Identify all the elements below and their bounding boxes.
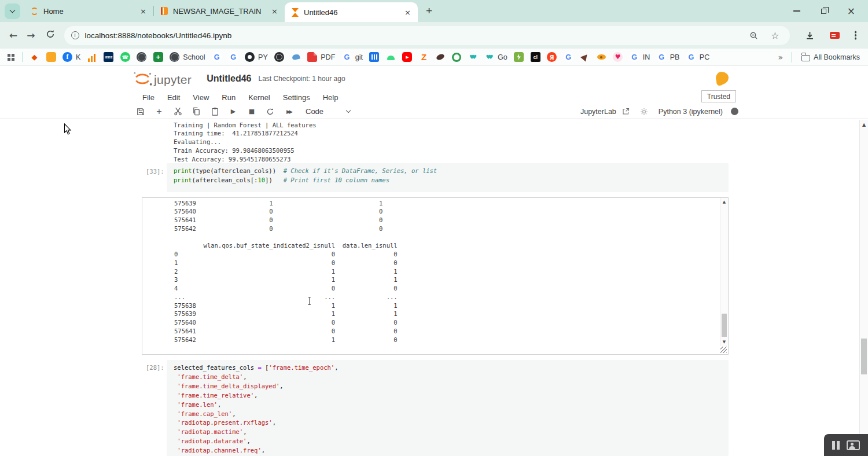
scroll-down-icon[interactable]: ▼ bbox=[720, 340, 728, 344]
cut-cell-button[interactable] bbox=[170, 106, 185, 117]
menu-item[interactable]: File bbox=[136, 93, 161, 102]
code-cell-input[interactable]: selected_features_cols = ['frame.time_ep… bbox=[167, 360, 729, 456]
bookmark-item[interactable] bbox=[435, 52, 445, 62]
menu-item[interactable]: Kernel bbox=[242, 93, 277, 102]
run-cell-button[interactable]: ▶ bbox=[226, 106, 241, 117]
restore-icon[interactable] bbox=[821, 9, 826, 14]
extension-button[interactable] bbox=[830, 32, 840, 39]
pause-icon[interactable] bbox=[832, 441, 840, 450]
bookmark-item[interactable] bbox=[386, 52, 396, 62]
bookmark-item[interactable] bbox=[137, 52, 146, 62]
add-cell-button[interactable]: + bbox=[152, 106, 167, 117]
gear-icon[interactable] bbox=[640, 108, 648, 116]
notebook-title[interactable]: Untitled46 bbox=[207, 73, 251, 84]
bookmark-item[interactable]: PC bbox=[686, 52, 709, 62]
bookmark-item[interactable] bbox=[402, 52, 412, 62]
menu-item[interactable]: Edit bbox=[161, 93, 186, 102]
bookmark-item[interactable] bbox=[104, 52, 113, 62]
close-icon[interactable]: × bbox=[403, 8, 412, 17]
bookmark-item[interactable] bbox=[30, 52, 39, 62]
menu-item[interactable]: Run bbox=[215, 93, 242, 102]
bookmark-item[interactable] bbox=[613, 52, 623, 62]
page-info-icon[interactable]: i bbox=[71, 31, 79, 39]
jupyter-logo[interactable]: jupyter bbox=[132, 70, 192, 87]
cell-output-scrollbox[interactable]: 575639 1 1 575640 0 0 575641 0 0 575642 bbox=[142, 197, 729, 355]
bookmark-item[interactable] bbox=[229, 52, 238, 62]
tab-home[interactable]: Home × bbox=[24, 0, 153, 22]
bookmark-item[interactable]: git bbox=[342, 52, 363, 62]
scrollbar-thumb[interactable] bbox=[722, 314, 727, 337]
external-link-icon[interactable] bbox=[622, 108, 630, 115]
minimize-icon[interactable] bbox=[793, 10, 800, 12]
bookmarks-overflow-chevron[interactable]: » bbox=[778, 53, 783, 62]
page-scrollbar[interactable]: ▲ bbox=[859, 120, 868, 456]
downloads-button[interactable] bbox=[805, 31, 815, 41]
bookmark-item[interactable]: PB bbox=[657, 52, 680, 62]
zoom-icon[interactable] bbox=[749, 31, 758, 40]
bookmark-item[interactable] bbox=[597, 52, 606, 62]
bookmark-item[interactable] bbox=[6, 52, 16, 62]
bookmark-item[interactable]: School bbox=[170, 52, 205, 62]
bookmark-item[interactable] bbox=[46, 52, 56, 62]
tab-search-button[interactable] bbox=[5, 3, 20, 19]
save-button[interactable] bbox=[133, 106, 148, 117]
bookmark-item[interactable]: PY bbox=[245, 52, 268, 62]
copy-cell-button[interactable] bbox=[189, 106, 204, 117]
restart-kernel-button[interactable] bbox=[263, 106, 278, 117]
scroll-up-icon[interactable]: ▲ bbox=[860, 122, 868, 127]
bookmark-item[interactable] bbox=[564, 52, 573, 62]
all-bookmarks-button[interactable]: All Bookmarks bbox=[801, 53, 860, 61]
open-jupyterlab-link[interactable]: JupyterLab bbox=[580, 108, 616, 116]
bookmark-item[interactable]: K bbox=[62, 52, 80, 62]
cell-type-dropdown[interactable]: Code bbox=[306, 107, 350, 116]
reload-button[interactable] bbox=[46, 30, 55, 42]
bookmark-item[interactable] bbox=[291, 52, 301, 62]
bookmark-item[interactable] bbox=[580, 52, 590, 62]
bookmark-item[interactable] bbox=[514, 52, 524, 62]
bookmark-item[interactable]: PDF bbox=[307, 52, 335, 62]
bookmark-item[interactable] bbox=[212, 52, 222, 62]
bookmark-item[interactable] bbox=[468, 52, 477, 62]
close-window-icon[interactable]: × bbox=[847, 6, 855, 16]
bookmark-item[interactable] bbox=[274, 52, 284, 62]
restart-run-all-button[interactable]: ▶▶ bbox=[281, 106, 296, 117]
scroll-up-icon[interactable]: ▲ bbox=[720, 200, 728, 204]
bookmark-star-icon[interactable]: ☆ bbox=[771, 30, 779, 41]
code-cell-input[interactable]: print(type(afterclean_cols)) # Check if … bbox=[167, 163, 729, 192]
bookmark-favicon-icon bbox=[245, 52, 255, 62]
bookmark-item[interactable] bbox=[452, 53, 461, 62]
bookmark-item[interactable] bbox=[369, 52, 379, 62]
bookmark-item[interactable] bbox=[531, 52, 540, 62]
bookmark-label: git bbox=[355, 53, 363, 61]
address-bar[interactable]: i localhost:8888/notebooks/Untitled46.ip… bbox=[64, 26, 790, 45]
bookmark-item[interactable] bbox=[23, 52, 23, 62]
menu-item[interactable]: View bbox=[186, 93, 215, 102]
bookmark-favicon-icon bbox=[274, 52, 284, 62]
menu-item[interactable]: Help bbox=[317, 93, 345, 102]
scrollbar-thumb[interactable] bbox=[861, 339, 867, 374]
browser-menu-button[interactable] bbox=[855, 34, 856, 36]
output-resize-grip[interactable] bbox=[720, 347, 727, 353]
bookmark-item[interactable] bbox=[153, 52, 163, 62]
stop-kernel-button[interactable]: ■ bbox=[244, 106, 259, 117]
bookmark-item[interactable] bbox=[547, 52, 557, 62]
tab-untitled46-active[interactable]: Untitled46 × bbox=[285, 2, 418, 22]
paste-cell-button[interactable] bbox=[207, 106, 222, 117]
tab-newsar[interactable]: NEWSAR_IMAGE_TRAIN × bbox=[154, 0, 285, 22]
forward-button[interactable]: → bbox=[27, 30, 35, 41]
bookmark-item[interactable]: Go bbox=[484, 52, 507, 62]
bookmark-item[interactable]: IN bbox=[630, 52, 650, 62]
kernel-name[interactable]: Python 3 (ipykernel) bbox=[659, 108, 723, 116]
menu-item[interactable]: Settings bbox=[277, 93, 317, 102]
new-tab-button[interactable]: + bbox=[426, 5, 432, 17]
url-text[interactable]: localhost:8888/notebooks/Untitled46.ipyn… bbox=[85, 31, 232, 40]
back-button[interactable]: ← bbox=[9, 30, 17, 41]
close-icon[interactable]: × bbox=[270, 7, 279, 16]
camera-overlay-icon[interactable] bbox=[847, 440, 860, 450]
output-scrollbar[interactable]: ▲ ▼ bbox=[720, 198, 728, 346]
close-icon[interactable]: × bbox=[139, 7, 148, 16]
trusted-badge[interactable]: Trusted bbox=[701, 90, 736, 102]
bookmark-item[interactable] bbox=[120, 52, 130, 62]
bookmark-item[interactable] bbox=[87, 52, 97, 62]
bookmark-item[interactable] bbox=[419, 52, 429, 62]
